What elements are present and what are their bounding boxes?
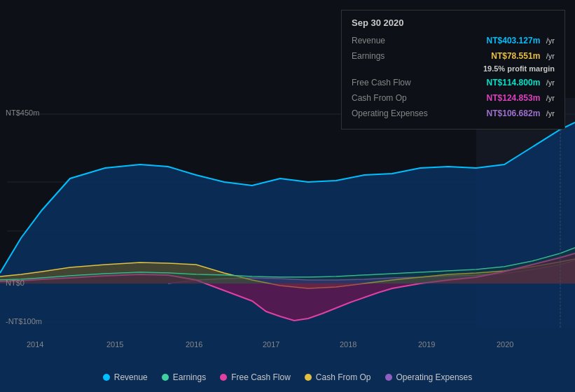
x-label-2020: 2020 <box>497 340 513 349</box>
tooltip-opex-row: Operating Expenses NT$106.682m /yr <box>352 106 555 119</box>
legend-dot-fcf <box>220 374 227 381</box>
legend-item-revenue[interactable]: Revenue <box>103 372 148 382</box>
x-label-2018: 2018 <box>340 340 356 349</box>
x-label-2017: 2017 <box>263 340 279 349</box>
legend-label-opex: Operating Expenses <box>396 372 473 382</box>
tooltip-fcf-row: Free Cash Flow NT$114.800m /yr <box>352 76 555 88</box>
legend-label-fcf: Free Cash Flow <box>231 372 291 382</box>
y-label-neg100m: -NT$100m <box>6 317 42 326</box>
tooltip-margin-value: 19.5% profit margin <box>483 64 555 73</box>
legend-dot-revenue <box>103 374 110 381</box>
legend-label-earnings: Earnings <box>173 372 206 382</box>
tooltip-earnings-unit: /yr <box>546 52 555 60</box>
legend-label-revenue: Revenue <box>114 372 148 382</box>
chart-legend: Revenue Earnings Free Cash Flow Cash Fro… <box>0 372 575 382</box>
tooltip-cfo-value: NT$124.853m <box>487 93 541 103</box>
tooltip-revenue-unit: /yr <box>546 36 555 45</box>
tooltip-revenue-row: Revenue NT$403.127m /yr <box>352 34 555 46</box>
tooltip-box: Sep 30 2020 Revenue NT$403.127m /yr Earn… <box>341 10 565 130</box>
tooltip-opex-unit: /yr <box>546 109 555 118</box>
legend-item-fcf[interactable]: Free Cash Flow <box>220 372 291 382</box>
tooltip-fcf-label: Free Cash Flow <box>352 78 436 88</box>
tooltip-fcf-unit: /yr <box>546 78 555 87</box>
y-label-0: NT$0 <box>6 279 25 287</box>
legend-item-opex[interactable]: Operating Expenses <box>385 372 473 382</box>
tooltip-revenue-value: NT$403.127m <box>487 36 541 46</box>
legend-dot-opex <box>385 374 392 381</box>
legend-dot-cfo <box>305 374 312 381</box>
y-label-450m: NT$450m <box>6 108 39 117</box>
x-label-2019: 2019 <box>418 340 435 349</box>
tooltip-margin-row: 19.5% profit margin <box>352 64 555 73</box>
x-label-2014: 2014 <box>27 340 43 349</box>
tooltip-cfo-label: Cash From Op <box>352 93 436 103</box>
tooltip-earnings-label: Earnings <box>352 51 436 61</box>
tooltip-revenue-label: Revenue <box>352 36 436 46</box>
tooltip-fcf-value: NT$114.800m <box>487 78 541 88</box>
tooltip-opex-label: Operating Expenses <box>352 108 436 118</box>
x-label-2015: 2015 <box>106 340 123 349</box>
tooltip-opex-value: NT$106.682m <box>487 108 541 118</box>
tooltip-date: Sep 30 2020 <box>352 18 555 28</box>
x-label-2016: 2016 <box>186 340 202 349</box>
chart-container: NT$450m NT$0 -NT$100m 2014 2015 2016 201… <box>0 0 575 392</box>
legend-dot-earnings <box>162 374 169 381</box>
legend-label-cfo: Cash From Op <box>316 372 371 382</box>
tooltip-cfo-row: Cash From Op NT$124.853m /yr <box>352 91 555 104</box>
legend-item-earnings[interactable]: Earnings <box>162 372 206 382</box>
legend-item-cfo[interactable]: Cash From Op <box>305 372 371 382</box>
tooltip-earnings-row: Earnings NT$78.551m /yr <box>352 49 555 62</box>
tooltip-earnings-value: NT$78.551m <box>491 51 540 61</box>
tooltip-cfo-unit: /yr <box>546 94 555 102</box>
